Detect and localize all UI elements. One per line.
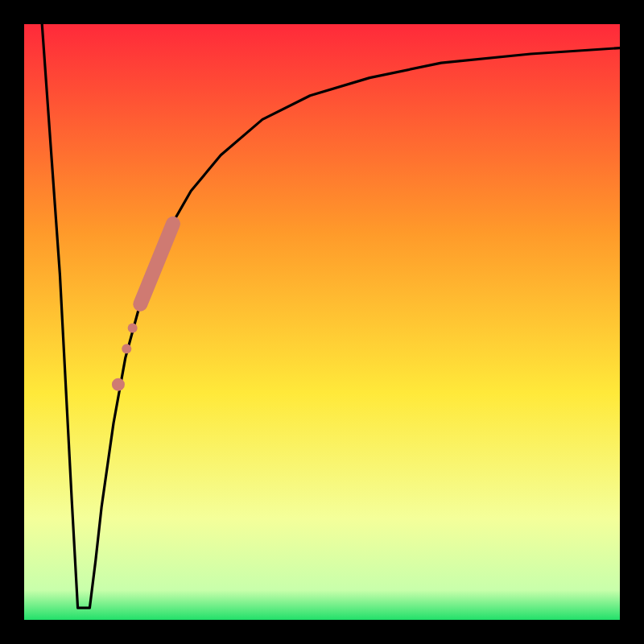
frame-left <box>0 0 24 644</box>
frame-bottom <box>0 620 644 644</box>
marker-dot-2 <box>122 344 131 353</box>
frame-right <box>620 0 644 644</box>
plot-background <box>24 24 620 620</box>
marker-dot-1 <box>128 323 138 332</box>
frame-top <box>0 0 644 24</box>
marker-dot-3 <box>112 378 125 391</box>
chart-frame: TheBottleneck.com <box>0 0 644 644</box>
bottleneck-chart <box>0 0 644 644</box>
